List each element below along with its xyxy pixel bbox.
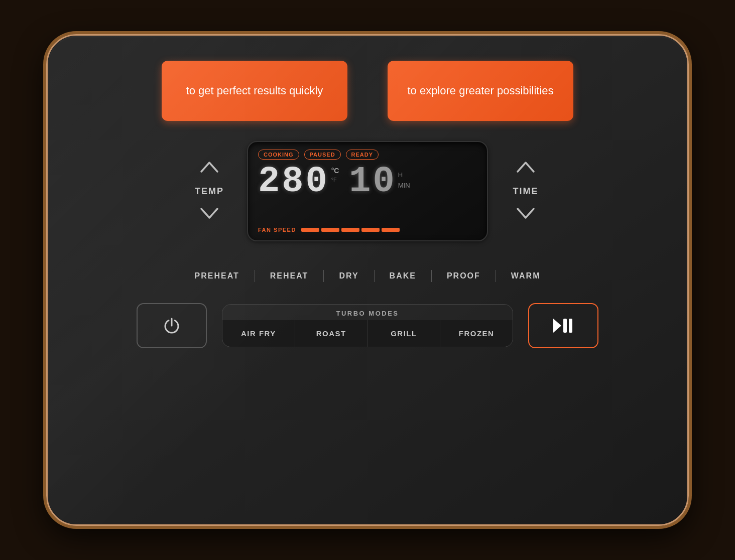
fahrenheit-label: °F bbox=[331, 176, 339, 184]
time-label: TIME bbox=[513, 186, 539, 197]
turbo-panel: TURBO MODES AIR FRY ROAST GRILL FROZEN bbox=[222, 304, 513, 347]
temperature-display: 280 bbox=[258, 164, 329, 200]
lcd-display: COOKING PAUSED READY 280 °C °F 10 H MIN … bbox=[247, 141, 488, 241]
time-down-button[interactable] bbox=[508, 204, 543, 226]
temp-up-button[interactable] bbox=[192, 157, 227, 179]
proof-button[interactable]: PROOF bbox=[432, 266, 496, 286]
bottom-row: TURBO MODES AIR FRY ROAST GRILL FROZEN bbox=[78, 303, 657, 348]
ready-badge: READY bbox=[346, 150, 379, 160]
fan-bar-2 bbox=[321, 228, 339, 232]
fan-speed-label: FAN SPEED bbox=[258, 227, 296, 233]
hours-label: H bbox=[398, 170, 410, 181]
fan-bar-1 bbox=[301, 228, 319, 232]
temp-down-button[interactable] bbox=[192, 204, 227, 226]
explore-possibilities-button[interactable]: to explore greater possibilities bbox=[388, 61, 573, 121]
time-units: H MIN bbox=[398, 166, 410, 191]
turbo-header: TURBO MODES bbox=[222, 305, 513, 320]
svg-marker-0 bbox=[553, 319, 561, 333]
minutes-label: MIN bbox=[398, 181, 410, 191]
time-up-button[interactable] bbox=[508, 157, 543, 179]
fan-speed-bars bbox=[301, 228, 400, 232]
time-controls: TIME bbox=[508, 157, 543, 226]
roast-button[interactable]: ROAST bbox=[295, 320, 368, 347]
fan-bar-5 bbox=[382, 228, 400, 232]
paused-badge: PAUSED bbox=[304, 150, 341, 160]
temp-label: TEMP bbox=[195, 186, 224, 197]
svg-rect-2 bbox=[569, 319, 572, 333]
fan-bar-3 bbox=[341, 228, 359, 232]
lcd-main-row: 280 °C °F 10 H MIN bbox=[258, 164, 477, 225]
temp-controls: TEMP bbox=[192, 157, 227, 226]
temp-units: °C °F bbox=[331, 166, 339, 184]
svg-rect-1 bbox=[563, 319, 567, 333]
reheat-button[interactable]: REHEAT bbox=[255, 266, 324, 286]
dry-button[interactable]: DRY bbox=[324, 266, 374, 286]
status-badges-row: COOKING PAUSED READY bbox=[258, 150, 477, 160]
power-button[interactable] bbox=[137, 303, 207, 348]
mode-buttons-row: PREHEAT REHEAT DRY BAKE PROOF WARM bbox=[78, 266, 657, 286]
air-fry-button[interactable]: AIR FRY bbox=[222, 320, 295, 347]
celsius-label: °C bbox=[331, 166, 339, 176]
grill-button[interactable]: GRILL bbox=[368, 320, 441, 347]
bake-button[interactable]: BAKE bbox=[375, 266, 431, 286]
warm-button[interactable]: WARM bbox=[496, 266, 556, 286]
time-display: 10 bbox=[349, 164, 396, 200]
top-buttons-row: to get perfect results quickly to explor… bbox=[162, 61, 573, 121]
preheat-button[interactable]: PREHEAT bbox=[180, 266, 255, 286]
fan-bar-4 bbox=[361, 228, 380, 232]
appliance-panel: to get perfect results quickly to explor… bbox=[46, 34, 689, 526]
play-pause-button[interactable] bbox=[528, 303, 598, 348]
quick-results-button[interactable]: to get perfect results quickly bbox=[162, 61, 347, 121]
fan-speed-row: FAN SPEED bbox=[258, 227, 477, 233]
turbo-buttons: AIR FRY ROAST GRILL FROZEN bbox=[222, 320, 513, 347]
frozen-button[interactable]: FROZEN bbox=[440, 320, 513, 347]
cooking-badge: COOKING bbox=[258, 150, 299, 160]
display-section: TEMP COOKING PAUSED READY 280 °C °F 10 bbox=[78, 141, 657, 241]
